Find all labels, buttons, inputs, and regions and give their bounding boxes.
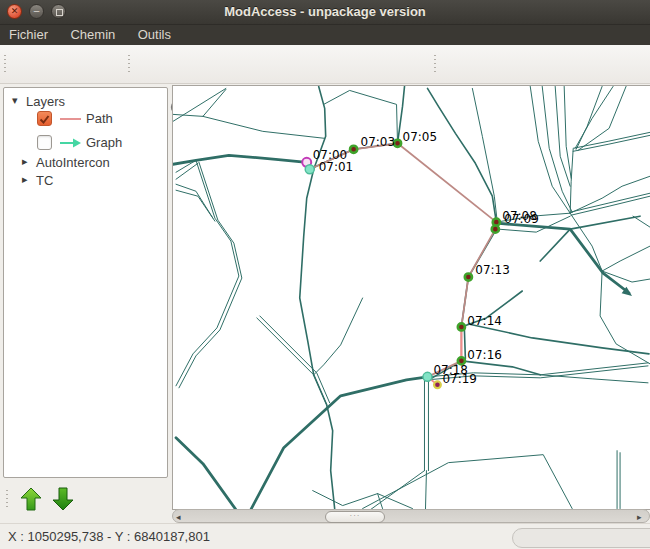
progress-bar (512, 528, 650, 548)
down-arrow-icon (53, 488, 73, 510)
expander-open-icon[interactable]: ▾ (12, 94, 18, 107)
svg-text:07:19: 07:19 (442, 372, 477, 386)
tree-row-path[interactable]: Path (4, 109, 167, 131)
status-bar: X : 1050295,738 - Y : 6840187,801 (0, 523, 650, 549)
toolbar-grip (6, 490, 8, 508)
menu-fichier[interactable]: Fichier (0, 25, 57, 45)
tree-row-graph[interactable]: Graph (4, 133, 167, 155)
expander-closed-icon[interactable]: ▸ (22, 155, 28, 168)
thumb-grip-icon: ··· (326, 511, 384, 520)
layers-panel: ▾ Layers Path Graph ▸ AutoIntercon ▸ TC (3, 87, 168, 478)
tree-row-tc[interactable]: ▸ TC (4, 171, 167, 193)
map-network (173, 86, 650, 509)
svg-text:07:01: 07:01 (319, 160, 354, 174)
minimize-button[interactable]: – (29, 4, 44, 19)
toolbar: Couches Propriétés Ajout couche Exporter… (0, 45, 650, 84)
tc-label: TC (36, 173, 53, 188)
svg-text:07:03: 07:03 (361, 135, 396, 149)
svg-text:07:13: 07:13 (475, 263, 510, 277)
menu-bar: Fichier Chemin Outils (0, 25, 650, 45)
toolbar-grip (434, 55, 436, 73)
svg-text:07:09: 07:09 (504, 212, 539, 226)
menu-chemin[interactable]: Chemin (61, 25, 124, 45)
graph-checkbox[interactable] (37, 135, 52, 150)
scroll-left-icon[interactable]: ◂ (176, 512, 185, 521)
maximize-icon (56, 9, 63, 16)
toolbar-grip (4, 55, 6, 73)
close-button[interactable]: ✕ (7, 4, 22, 19)
title-bar: ModAccess - unpackage version ✕ – (0, 0, 650, 25)
svg-text:07:14: 07:14 (467, 314, 502, 328)
svg-text:07:05: 07:05 (403, 130, 438, 144)
map-network (173, 155, 629, 509)
path-line-icon (59, 113, 83, 125)
scrollbar-thumb[interactable]: ··· (325, 511, 385, 523)
graph-layer-label: Graph (86, 135, 122, 150)
coordinates-readout: X : 1050295,738 - Y : 6840187,801 (8, 524, 210, 549)
window-title: ModAccess - unpackage version (0, 0, 650, 24)
up-arrow-button[interactable] (20, 487, 42, 511)
menu-outils[interactable]: Outils (129, 25, 180, 45)
layers-root-label: Layers (26, 94, 65, 109)
horizontal-scrollbar[interactable]: ◂ ▸ ··· (172, 509, 650, 523)
graph-arrow-icon (59, 137, 83, 149)
scroll-right-icon[interactable]: ▸ (637, 512, 646, 521)
map-canvas[interactable]: 07:0007:0107:0307:0507:0807:0907:1307:14… (172, 85, 650, 510)
autointercon-label: AutoIntercon (36, 155, 110, 170)
maximize-button[interactable] (51, 4, 66, 19)
toolbar-grip (128, 55, 130, 73)
down-arrow-button[interactable] (52, 487, 74, 511)
svg-text:07:16: 07:16 (467, 348, 502, 362)
path-checkbox[interactable] (37, 111, 52, 126)
expander-closed-icon[interactable]: ▸ (22, 173, 28, 186)
path-layer-label: Path (86, 111, 113, 126)
check-icon (38, 113, 51, 126)
map-route-layer: 07:0007:0107:0307:0507:0807:0907:1307:14… (302, 130, 539, 388)
up-arrow-icon (21, 488, 41, 510)
